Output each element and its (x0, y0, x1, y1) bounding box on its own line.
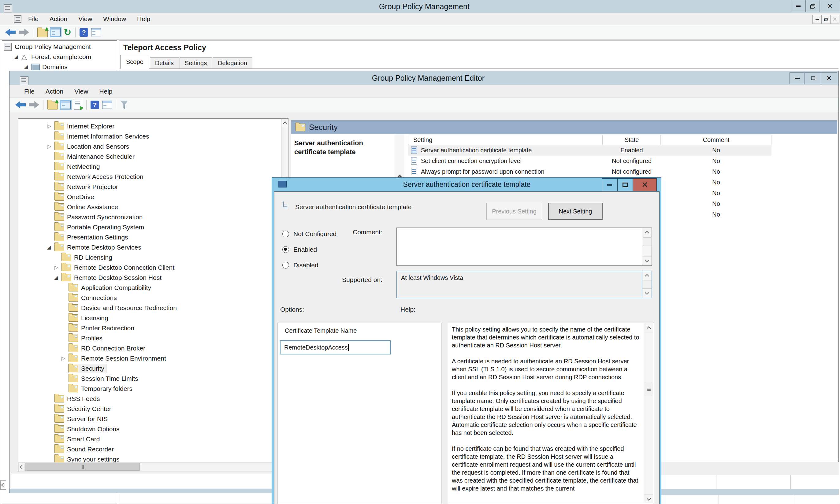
tree-row[interactable]: Network Access Protection (18, 172, 282, 182)
gpme-minimize-button[interactable] (789, 72, 805, 84)
action-pane-toggle-icon[interactable] (102, 101, 112, 109)
tree-row[interactable]: ▷ Remote Session Environment (18, 353, 282, 363)
back-icon[interactable] (5, 29, 16, 36)
radio-option[interactable]: Not Configured (282, 229, 337, 238)
gpm-tree-forest[interactable]: ◢ △ Forest: example.com (2, 52, 117, 62)
menu-item[interactable]: File (24, 88, 35, 95)
gpm-tree-root[interactable]: Group Policy Management (2, 41, 117, 52)
menu-item[interactable]: View (78, 15, 92, 23)
back-icon[interactable] (15, 101, 26, 109)
dialog-close-button[interactable]: ✕ (633, 178, 657, 191)
gpm-hscroll-left-button[interactable] (0, 481, 6, 490)
menu-item[interactable]: Window (103, 15, 126, 23)
tree-row[interactable]: Portable Operating System (18, 222, 282, 232)
tab-details[interactable]: Details (150, 57, 179, 69)
next-setting-button[interactable]: Next Setting (548, 203, 603, 220)
dialog-minimize-button[interactable] (602, 178, 617, 191)
expand-icon[interactable]: ▷ (47, 143, 54, 149)
gpm-close-button[interactable]: ✕ (820, 0, 840, 12)
tree-row[interactable]: Printer Redirection (18, 323, 282, 333)
scroll-up-button[interactable] (282, 119, 288, 127)
gpm-minimize-button[interactable] (791, 0, 805, 12)
tree-row[interactable]: OneDrive (18, 192, 282, 202)
console-tree-toggle-icon[interactable] (61, 101, 71, 109)
tree-row[interactable]: Security Center (18, 404, 282, 414)
expand-icon[interactable]: ◢ (54, 274, 61, 281)
gpme-tree-hscrollbar[interactable] (18, 463, 288, 471)
refresh-icon[interactable]: ↻ (64, 28, 71, 37)
tree-row[interactable]: RD Connection Broker (18, 343, 282, 353)
menu-item[interactable]: File (28, 15, 38, 23)
tree-row[interactable]: Connections (18, 293, 282, 303)
radio-option[interactable]: Disabled (282, 260, 337, 270)
tree-row[interactable]: Licensing (18, 313, 282, 323)
tree-row[interactable]: Internet Information Services (18, 131, 282, 141)
tree-row[interactable]: Shutdown Options (18, 424, 282, 434)
tab-delegation[interactable]: Delegation (213, 57, 252, 69)
action-pane-toggle-icon[interactable] (91, 28, 101, 36)
scroll-up-button[interactable] (642, 228, 651, 237)
column-header-state[interactable]: State (603, 134, 661, 145)
previous-setting-button[interactable]: Previous Setting (486, 203, 542, 220)
gpme-close-button[interactable]: ✕ (821, 72, 837, 84)
dialog-maximize-button[interactable] (617, 178, 633, 191)
console-tree-toggle-icon[interactable] (51, 28, 60, 36)
certificate-template-name-input[interactable]: RemoteDesktopAccess (280, 340, 391, 355)
menu-item[interactable]: Help (99, 88, 112, 95)
column-header-comment[interactable]: Comment (661, 134, 771, 145)
comment-textarea[interactable] (396, 228, 652, 266)
tree-row[interactable]: ◢ Remote Desktop Session Host (18, 272, 282, 283)
tree-row[interactable]: Server for NIS (18, 414, 282, 424)
forward-icon[interactable] (29, 101, 39, 109)
expand-icon[interactable]: ▷ (61, 355, 69, 361)
export-list-icon[interactable] (74, 100, 82, 110)
tree-row[interactable]: Sound Recorder (18, 444, 282, 454)
tree-row[interactable]: Online Assistance (18, 202, 282, 212)
tree-row[interactable]: Session Time Limits (18, 373, 282, 383)
expand-icon[interactable]: ◢ (47, 244, 54, 250)
tree-row[interactable]: RSS Feeds (18, 394, 282, 404)
filter-icon[interactable] (120, 101, 128, 109)
expand-icon[interactable]: ▷ (47, 123, 54, 129)
settings-row[interactable]: Set client connection encryption level N… (408, 156, 838, 166)
scroll-down-button[interactable] (642, 289, 651, 298)
vscroll-thumb[interactable] (642, 280, 651, 289)
scroll-down-button[interactable] (644, 494, 654, 503)
radio-icon[interactable] (282, 231, 289, 237)
tree-row[interactable]: Network Projector (18, 182, 282, 192)
supported-scrollbar[interactable] (642, 271, 651, 298)
menu-item[interactable]: Help (137, 15, 150, 23)
tab-scope[interactable]: Scope (120, 55, 149, 69)
mdi-restore-button[interactable] (822, 15, 830, 23)
gpm-restore-button[interactable] (805, 0, 820, 12)
tree-row[interactable]: Security (18, 363, 282, 373)
column-header-setting[interactable]: Setting (408, 134, 603, 145)
scroll-up-button[interactable] (642, 271, 651, 280)
radio-icon[interactable] (282, 246, 289, 253)
mdi-close-button[interactable]: ✕ (830, 15, 839, 23)
expand-icon[interactable]: ▷ (54, 264, 61, 271)
comment-scrollbar[interactable] (642, 228, 651, 266)
settings-row[interactable]: Always prompt for password upon connecti… (408, 166, 838, 177)
tree-row[interactable]: RD Licensing (18, 252, 282, 263)
tree-row[interactable]: Maintenance Scheduler (18, 151, 282, 161)
tree-row[interactable]: Application Compatibility (18, 283, 282, 293)
up-folder-icon[interactable] (37, 29, 48, 37)
radio-option[interactable]: Enabled (282, 245, 337, 254)
tree-row[interactable]: Profiles (18, 333, 282, 343)
radio-icon[interactable] (282, 262, 289, 269)
vscroll-thumb[interactable] (643, 237, 651, 246)
tree-row[interactable]: Temporary folders (18, 383, 282, 394)
settings-row[interactable]: Server authentication certificate templa… (408, 145, 838, 156)
tree-row[interactable]: ▷ Internet Explorer (18, 121, 282, 131)
help-icon[interactable]: ? (91, 101, 99, 109)
hscroll-thumb[interactable] (25, 463, 140, 471)
forward-icon[interactable] (19, 29, 29, 36)
tree-row[interactable]: Smart Card (18, 434, 282, 444)
gpme-maximize-button[interactable] (805, 72, 821, 84)
menu-item[interactable]: View (74, 88, 88, 95)
scroll-down-button[interactable] (642, 256, 651, 266)
mdi-minimize-button[interactable] (813, 15, 822, 23)
help-icon[interactable]: ? (79, 28, 88, 37)
help-scrollbar[interactable] (644, 323, 654, 503)
